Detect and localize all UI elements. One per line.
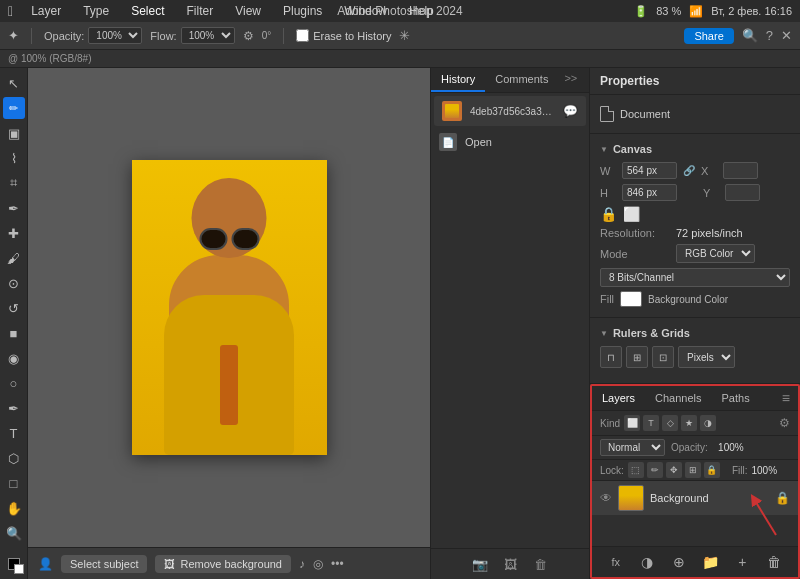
- menu-right: 🔋 83 % 📶 Вт, 2 фев. 16:16: [634, 5, 792, 18]
- filter-pixel-icon[interactable]: ⬜: [624, 415, 640, 431]
- settings-icon[interactable]: ⚙: [243, 29, 254, 43]
- filter-smart-icon[interactable]: ★: [681, 415, 697, 431]
- rulers-section-header[interactable]: ▼ Rulers & Grids: [590, 324, 800, 342]
- menu-bar:  Layer Type Select Filter View Plugins …: [0, 0, 800, 22]
- brush-tool[interactable]: 🖌: [3, 247, 25, 269]
- lock-aspect-icon[interactable]: 🔒: [600, 206, 617, 222]
- select-subject-button[interactable]: Select subject: [61, 555, 147, 573]
- toolbar-divider-1: [31, 28, 32, 44]
- add-mask-btn[interactable]: ◑: [637, 552, 657, 572]
- menu-type[interactable]: Type: [79, 2, 113, 20]
- new-snapshot-icon[interactable]: 📷: [471, 555, 489, 573]
- canvas-workspace[interactable]: [28, 68, 430, 547]
- opacity-select[interactable]: 100%: [88, 27, 142, 44]
- pen-tool[interactable]: ✒: [3, 397, 25, 419]
- tab-comments[interactable]: Comments: [485, 68, 558, 92]
- ruler-grid-icon[interactable]: ⊞: [626, 346, 648, 368]
- remove-background-button[interactable]: 🖼 Remove background: [155, 555, 291, 573]
- erase-history-label[interactable]: Erase to History: [296, 29, 391, 42]
- help-icon[interactable]: ?: [766, 28, 773, 43]
- layer-visibility-icon[interactable]: 👁: [600, 491, 612, 505]
- path-tool[interactable]: ⬡: [3, 447, 25, 469]
- new-layer-btn[interactable]: +: [732, 552, 752, 572]
- layers-filters: Kind ⬜ T ◇ ★ ◑ ⚙: [592, 411, 798, 436]
- lock-artboard-btn[interactable]: ⊞: [685, 462, 701, 478]
- eraser-tool[interactable]: ✏: [3, 97, 25, 119]
- spray-icon[interactable]: ✳: [399, 28, 410, 43]
- close-icon[interactable]: ✕: [781, 28, 792, 43]
- mode-select[interactable]: RGB Color: [676, 244, 755, 263]
- filter-shape-icon[interactable]: ◇: [662, 415, 678, 431]
- history-item[interactable]: 4deb37d56c3a383fc27db65ce... 💬: [434, 96, 586, 126]
- foreground-color[interactable]: [3, 553, 25, 575]
- menu-filter[interactable]: Filter: [183, 2, 218, 20]
- delete-layer-btn[interactable]: 🗑: [764, 552, 784, 572]
- ruler-unit-select[interactable]: Pixels: [678, 346, 735, 368]
- delete-state-icon[interactable]: 🗑: [531, 555, 549, 573]
- add-group-btn[interactable]: 📁: [701, 552, 721, 572]
- zoom-info: @ 100% (RGB/8#): [8, 53, 92, 64]
- link-wh-icon[interactable]: 🔗: [683, 165, 695, 176]
- zoom-tool[interactable]: 🔍: [3, 522, 25, 544]
- stamp-tool[interactable]: ⊙: [3, 272, 25, 294]
- fill-row: Fill Background Color: [600, 291, 790, 307]
- history-action-open[interactable]: 📄 Open: [431, 129, 589, 155]
- menu-layer[interactable]: Layer: [27, 2, 65, 20]
- type-tool[interactable]: T: [3, 422, 25, 444]
- shape-tool[interactable]: □: [3, 472, 25, 494]
- ruler-guide-icon[interactable]: ⊡: [652, 346, 674, 368]
- landscape-icon[interactable]: ⬜: [623, 206, 640, 222]
- flow-select[interactable]: 100%: [181, 27, 235, 44]
- menu-plugins[interactable]: Plugins: [279, 2, 326, 20]
- canvas-image-wrapper: [132, 160, 327, 455]
- width-input[interactable]: [622, 162, 677, 179]
- move-tool[interactable]: ↖: [3, 72, 25, 94]
- mode-row: Mode RGB Color: [600, 244, 790, 263]
- tab-layers[interactable]: Layers: [592, 388, 645, 408]
- x-input[interactable]: [723, 162, 758, 179]
- y-input[interactable]: [725, 184, 760, 201]
- layers-menu-icon[interactable]: ≡: [774, 386, 798, 410]
- lock-all-btn[interactable]: 🔒: [704, 462, 720, 478]
- menu-select[interactable]: Select: [127, 2, 168, 20]
- sample-tool[interactable]: ✒: [3, 197, 25, 219]
- lasso-tool[interactable]: ⌇: [3, 147, 25, 169]
- crop-tool[interactable]: ⌗: [3, 172, 25, 194]
- heal-tool[interactable]: ✚: [3, 222, 25, 244]
- blend-mode-select[interactable]: Normal: [600, 439, 665, 456]
- panel-expand-icon[interactable]: >>: [558, 68, 583, 92]
- canvas-section-header[interactable]: ▼ Canvas: [590, 140, 800, 158]
- add-fx-btn[interactable]: fx: [606, 552, 626, 572]
- more-options-icon[interactable]: •••: [331, 557, 344, 571]
- search-icon[interactable]: 🔍: [742, 28, 758, 43]
- hand-tool[interactable]: ✋: [3, 497, 25, 519]
- apple-menu[interactable]: : [8, 3, 13, 19]
- filter-type-icon[interactable]: T: [643, 415, 659, 431]
- gradient-tool[interactable]: ■: [3, 322, 25, 344]
- rulers-content: ⊓ ⊞ ⊡ Pixels: [590, 342, 800, 377]
- share-button[interactable]: Share: [684, 28, 733, 44]
- height-input[interactable]: [622, 184, 677, 201]
- lock-position-btn[interactable]: ✥: [666, 462, 682, 478]
- history-brush-tool[interactable]: ↺: [3, 297, 25, 319]
- tab-history[interactable]: History: [431, 68, 485, 92]
- lock-pixels-btn[interactable]: ✏: [647, 462, 663, 478]
- meerkat-tie: [220, 345, 238, 425]
- erase-history-checkbox[interactable]: [296, 29, 309, 42]
- filter-toggle[interactable]: ⚙: [779, 416, 790, 430]
- menu-view[interactable]: View: [231, 2, 265, 20]
- fill-swatch[interactable]: [620, 291, 642, 307]
- create-layer-icon[interactable]: 🖼: [501, 555, 519, 573]
- ruler-corner-icon[interactable]: ⊓: [600, 346, 622, 368]
- dodge-tool[interactable]: ○: [3, 372, 25, 394]
- blur-tool[interactable]: ◉: [3, 347, 25, 369]
- add-adjustment-btn[interactable]: ⊕: [669, 552, 689, 572]
- lock-transparent-btn[interactable]: ⬚: [628, 462, 644, 478]
- filter-adjust-icon[interactable]: ◑: [700, 415, 716, 431]
- tab-paths[interactable]: Paths: [712, 388, 760, 408]
- bit-depth-select[interactable]: 8 Bits/Channel: [600, 268, 790, 287]
- meerkat-glasses: [194, 228, 264, 252]
- selection-tool[interactable]: ▣: [3, 122, 25, 144]
- tab-channels[interactable]: Channels: [645, 388, 711, 408]
- layer-item-background[interactable]: 👁 Background 🔒: [592, 481, 798, 515]
